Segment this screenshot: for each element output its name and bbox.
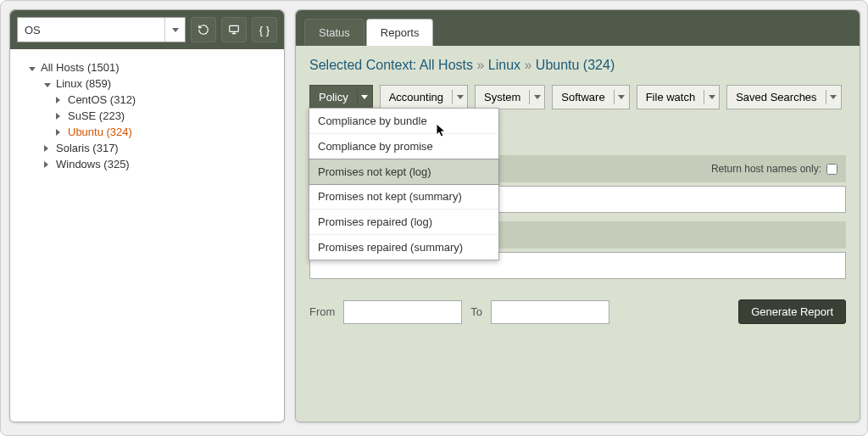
menu-promises-not-kept-summary[interactable]: Promises not kept (summary) — [309, 184, 498, 210]
filter-software[interactable]: Software — [552, 85, 629, 109]
filter-filewatch[interactable]: File watch — [637, 85, 721, 109]
braces-button[interactable]: { } — [252, 17, 277, 42]
return-hosts-label: Return host names only: — [711, 163, 821, 175]
os-selector-label: OS — [18, 24, 164, 36]
menu-promises-repaired-log[interactable]: Promises repaired (log) — [309, 210, 498, 235]
app-frame: OS { } All Hosts (1501) Linux (859) — [0, 0, 868, 436]
tree-item-ubuntu[interactable]: Ubuntu (324) — [56, 124, 281, 140]
chevron-down-icon — [704, 90, 719, 104]
to-label: To — [470, 305, 482, 318]
monitor-button[interactable] — [221, 17, 247, 42]
breadcrumb-linux[interactable]: Linux — [488, 58, 520, 72]
breadcrumb-prefix: Selected Context: — [309, 58, 420, 72]
breadcrumb-all[interactable]: All Hosts — [420, 58, 473, 72]
breadcrumb-ubuntu[interactable]: Ubuntu (324) — [536, 58, 615, 72]
menu-promises-repaired-summary[interactable]: Promises repaired (summary) — [309, 235, 498, 260]
tree-item-suse[interactable]: SuSE (223) — [56, 108, 281, 124]
tab-status[interactable]: Status — [304, 19, 364, 46]
tree-item-solaris[interactable]: Solaris (317) — [44, 140, 281, 156]
menu-promises-not-kept-log[interactable]: Promises not kept (log) — [309, 159, 499, 185]
from-label: From — [309, 305, 335, 318]
tree-item-linux[interactable]: Linux (859) — [44, 75, 281, 92]
chevron-right-icon — [56, 111, 64, 121]
refresh-button[interactable] — [191, 17, 216, 42]
hosts-panel: OS { } All Hosts (1501) Linux (859) — [9, 9, 285, 422]
monitor-icon — [228, 24, 240, 36]
breadcrumb: Selected Context: All Hosts » Linux » Ub… — [309, 58, 846, 73]
tree-item-windows[interactable]: Windows (325) — [44, 156, 281, 172]
filter-policy[interactable]: Policy — [309, 85, 373, 109]
filter-accounting[interactable]: Accounting — [380, 85, 468, 109]
chevron-right-icon — [44, 159, 53, 170]
braces-icon: { } — [259, 24, 270, 36]
filter-system[interactable]: System — [475, 85, 545, 109]
chevron-down-icon — [44, 79, 53, 89]
svg-rect-0 — [230, 25, 239, 31]
tree-item-centos[interactable]: CentOS (312) — [56, 92, 281, 108]
reports-panel: Status Reports Selected Context: All Hos… — [295, 9, 860, 422]
hosts-toolbar: OS { } — [10, 10, 284, 49]
tab-strip: Status Reports — [296, 10, 860, 46]
date-row: From To Generate Report — [309, 299, 846, 324]
from-input[interactable] — [343, 300, 462, 324]
tab-reports[interactable]: Reports — [366, 19, 434, 46]
policy-dropdown: Compliance by bundle Compliance by promi… — [309, 108, 499, 260]
layout-row: OS { } All Hosts (1501) Linux (859) — [9, 9, 860, 428]
chevron-down-icon — [29, 63, 37, 73]
chevron-down-icon — [357, 90, 372, 104]
generate-report-button[interactable]: Generate Report — [738, 299, 846, 324]
tree-item-all-hosts[interactable]: All Hosts (1501) — [29, 59, 281, 75]
to-input[interactable] — [491, 300, 609, 324]
refresh-icon — [198, 24, 209, 36]
chevron-down-icon — [452, 90, 467, 104]
menu-compliance-bundle[interactable]: Compliance by bundle — [309, 109, 498, 134]
chevron-down-icon — [164, 18, 185, 42]
reports-content: Selected Context: All Hosts » Linux » Ub… — [296, 46, 860, 422]
filter-saved[interactable]: Saved Searches — [726, 85, 841, 109]
chevron-down-icon — [826, 90, 841, 104]
hosts-tree: All Hosts (1501) Linux (859) CentOS (312… — [10, 49, 284, 182]
chevron-right-icon — [44, 143, 53, 154]
chevron-right-icon — [56, 127, 64, 137]
chevron-down-icon — [614, 90, 629, 104]
chevron-right-icon — [56, 95, 64, 105]
menu-compliance-promise[interactable]: Compliance by promise — [309, 134, 498, 159]
filter-row: Policy Accounting System Software File w… — [309, 85, 846, 109]
return-hosts-checkbox[interactable] — [826, 164, 837, 175]
os-selector[interactable]: OS — [17, 17, 186, 42]
chevron-down-icon — [529, 90, 544, 104]
